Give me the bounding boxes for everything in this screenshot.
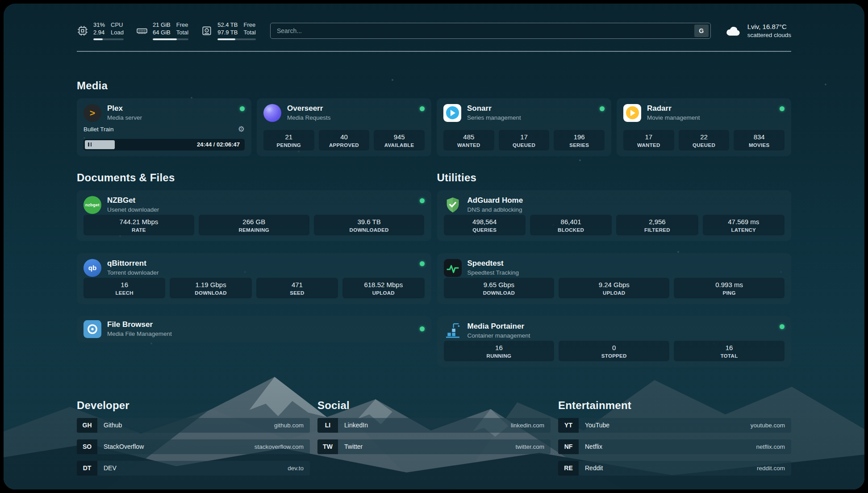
app-name: Radarr (647, 104, 700, 113)
bookmark-linkedin[interactable]: LI LinkedIn linkedin.com (317, 418, 551, 433)
stat-wanted: 17 WANTED (623, 130, 674, 150)
app-card-radarr[interactable]: Radarr Movie management 17 WANTED 22 QUE… (617, 98, 791, 156)
stat-value: 0.993 ms (676, 281, 782, 289)
stat-ping: 0.993 ms PING (674, 278, 785, 298)
bookmark-abbr: LI (317, 418, 338, 433)
section-title-documents: Documents & Files (77, 171, 431, 184)
stat-label: WANTED (446, 142, 492, 148)
app-card-filebrowser[interactable]: File Browser Media File Management (77, 316, 431, 342)
app-card-speedtest[interactable]: Speedtest Speedtest Tracking 9.65 Gbps D… (437, 253, 792, 304)
stat-seed: 471 SEED (256, 278, 338, 298)
stat-leech: 16 LEECH (83, 278, 165, 298)
stat-value: 16 (86, 281, 163, 289)
stat-value: 945 (376, 133, 422, 142)
stat-label: WANTED (626, 142, 672, 148)
stat-queries: 498,564 QUERIES (444, 215, 526, 235)
app-card-overseerr[interactable]: Overseerr Media Requests 21 PENDING 40 A… (257, 98, 431, 156)
app-subtitle: Container management (467, 332, 530, 339)
bookmark-youtube[interactable]: YT YouTube youtube.com (558, 418, 791, 433)
plex-chevron-glyph: > (90, 108, 95, 117)
section-title-utilities: Utilities (437, 171, 792, 184)
weather-condition: scattered clouds (747, 31, 791, 39)
cpu-usage-bar (93, 38, 124, 40)
stat-value: 9.24 Gbps (561, 281, 667, 289)
stat-value: 196 (556, 133, 602, 142)
cpu-load: 2.94 (93, 29, 105, 37)
bookmark-url: twitter.com (515, 443, 544, 450)
stat-label: DOWNLOAD (447, 290, 552, 296)
bookmark-name: Twitter (344, 443, 363, 450)
stat-download: 1.19 Gbps DOWNLOAD (170, 278, 251, 298)
app-name: Sonarr (467, 104, 521, 113)
app-subtitle: Speedtest Tracking (467, 269, 519, 276)
section-documents: Documents & Files nzbget NZBGet Usenet d… (77, 171, 431, 367)
app-card-plex[interactable]: > Plex Media server Bullet Train ⚙ (77, 98, 251, 156)
stat-label: UPLOAD (561, 290, 667, 296)
stat-label: UPLOAD (345, 290, 421, 296)
search-engine-button[interactable]: G (694, 25, 709, 37)
adguard-icon (444, 196, 462, 214)
app-subtitle: DNS and adblocking (467, 206, 523, 213)
stat-wanted: 485 WANTED (443, 130, 494, 150)
bookmark-abbr: SO (77, 439, 97, 454)
now-playing-title: Bullet Train (83, 126, 114, 133)
disk-stat: 52.4 TB 97.9 TB Free Total (201, 21, 256, 40)
stat-label: RUNNING (447, 353, 552, 359)
bookmark-abbr: RE (558, 461, 579, 476)
stat-value: 17 (626, 133, 672, 142)
cloud-icon (725, 24, 742, 38)
app-card-nzbget[interactable]: nzbget NZBGet Usenet downloader 744.21 M… (77, 190, 431, 241)
cpu-label: CPU (111, 21, 124, 29)
stat-label: REMAINING (201, 227, 307, 233)
ram-free: 21 GiB (153, 21, 171, 29)
app-card-portainer[interactable]: Media Portainer Container management 16 … (437, 316, 792, 367)
stat-value: 86,401 (533, 218, 609, 226)
stat-download: 9.65 Gbps DOWNLOAD (444, 278, 555, 298)
stat-latency: 47.569 ms LATENCY (703, 215, 785, 235)
stat-value: 618.52 Mbps (345, 281, 421, 289)
app-subtitle: Media File Management (107, 330, 172, 338)
stat-value: 39.6 TB (317, 218, 422, 226)
stat-value: 834 (736, 133, 782, 142)
bookmark-url: reddit.com (757, 465, 785, 472)
bookmark-url: netflix.com (756, 443, 785, 450)
app-card-adguard[interactable]: AdGuard Home DNS and adblocking 498,564 … (437, 190, 792, 241)
stat-value: 21 (266, 133, 312, 142)
stat-value: 17 (501, 133, 547, 142)
stat-label: FILTERED (619, 227, 695, 233)
sonarr-icon (443, 104, 461, 122)
qbittorrent-icon-text: qb (88, 264, 96, 272)
app-card-qbittorrent[interactable]: qb qBittorrent Torrent downloader 16 LEE… (77, 253, 431, 304)
bookmark-github[interactable]: GH Github github.com (77, 418, 310, 433)
status-dot (240, 106, 245, 111)
bookmark-name: DEV (104, 464, 117, 472)
stat-label: BLOCKED (533, 227, 609, 233)
app-name: qBittorrent (107, 259, 159, 268)
bookmark-dev[interactable]: DT DEV dev.to (77, 461, 310, 476)
gear-icon[interactable]: ⚙ (238, 125, 245, 133)
pause-button[interactable] (85, 140, 115, 149)
weather-widget: Lviv, 16.87°C scattered clouds (725, 22, 791, 39)
bookmark-reddit[interactable]: RE Reddit reddit.com (558, 461, 791, 476)
app-name: NZBGet (107, 196, 159, 205)
stat-label: SEED (259, 290, 335, 296)
bookmark-netflix[interactable]: NF Netflix netflix.com (558, 439, 791, 454)
stat-remaining: 266 GB REMAINING (199, 215, 309, 235)
stat-total: 16 TOTAL (674, 341, 785, 361)
bookmark-stackoverflow[interactable]: SO StackOverflow stackoverflow.com (77, 439, 310, 454)
bookmark-name: Reddit (585, 464, 603, 472)
disk-free: 52.4 TB (217, 21, 238, 29)
bookmark-abbr: NF (558, 439, 579, 454)
stat-value: 1.19 Gbps (172, 281, 249, 289)
cpu-stat: 31% 2.94 CPU Load (77, 21, 124, 40)
app-card-sonarr[interactable]: Sonarr Series management 485 WANTED 17 Q… (437, 98, 611, 156)
stat-label: PING (676, 290, 782, 296)
stat-label: PENDING (266, 142, 312, 148)
portainer-icon (444, 322, 462, 340)
stat-label: QUEUED (501, 142, 547, 148)
stat-label: AVAILABLE (376, 142, 422, 148)
bookmarks-social: Social LI LinkedIn linkedin.com TW Twitt… (317, 399, 551, 482)
bookmarks-entertainment: Entertainment YT YouTube youtube.com NF … (558, 399, 791, 482)
bookmark-twitter[interactable]: TW Twitter twitter.com (317, 439, 551, 454)
search-input[interactable] (276, 27, 694, 35)
